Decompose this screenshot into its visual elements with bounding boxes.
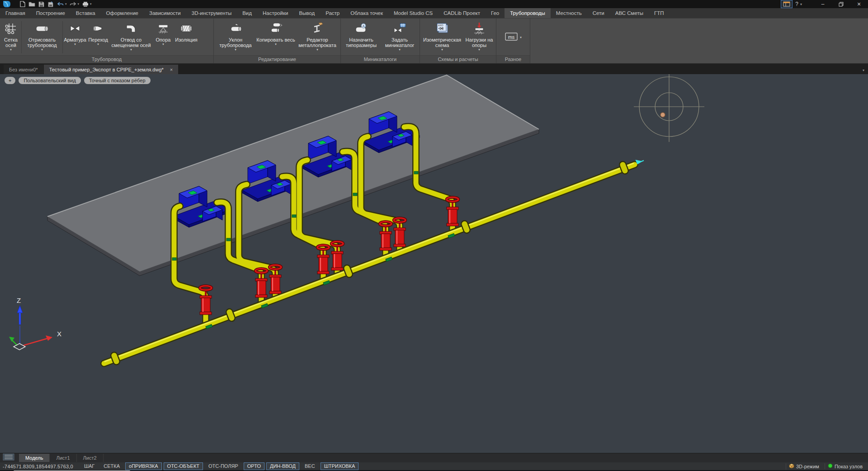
undo-icon[interactable]: [57, 1, 64, 7]
toggle-shag[interactable]: ШАГ: [80, 462, 98, 470]
axes-grid-icon: [5, 21, 17, 36]
toggle-orto[interactable]: ОРТО: [244, 462, 264, 470]
interface-panel-button[interactable]: [781, 0, 793, 8]
mode-3d-button[interactable]: 3D-режим: [786, 463, 822, 470]
svg-text:ms: ms: [508, 34, 515, 39]
perekhod-button[interactable]: Переход ▾: [87, 19, 109, 55]
tab-rastr[interactable]: Растр: [320, 8, 345, 18]
reducer-icon: [92, 21, 104, 36]
izolyatsiya-button[interactable]: Изоляция: [174, 19, 199, 55]
pipe-slope-icon: [228, 21, 243, 36]
tab-model-studio[interactable]: Model Studio CS: [388, 8, 438, 18]
draw-pipeline-caret-icon: ▾: [41, 48, 43, 52]
support-loads-button[interactable]: Нагрузки на опоры ▾: [463, 19, 495, 55]
toggle-ots-obekt[interactable]: ОТС-ОБЪЕКТ: [164, 462, 203, 470]
help-button[interactable]: ?: [795, 1, 798, 7]
doc-tab-label: Тестовый пример_Экспорт в CPIPE_+земля.d…: [49, 67, 164, 72]
tab-gtp[interactable]: ГТП: [649, 8, 670, 18]
pipe-slope-button[interactable]: Уклон трубопровода ▾: [215, 19, 256, 55]
redo-icon[interactable]: [70, 1, 76, 7]
metal-editor-button[interactable]: Редактор металлопроката ▾: [295, 19, 340, 55]
tab-3d-instrumenty[interactable]: 3D-инструменты: [186, 8, 237, 18]
copy-all-button[interactable]: Копировать весь ▾: [256, 19, 295, 55]
tab-geo[interactable]: Гео: [486, 8, 505, 18]
tab-vstavka[interactable]: Вставка: [71, 8, 101, 18]
redo-caret-icon[interactable]: ▾: [78, 2, 80, 6]
group-redaktirovanie: Уклон трубопровода ▾ Копировать весь ▾ Р…: [214, 19, 341, 63]
tab-zavisimosti[interactable]: Зависимости: [144, 8, 186, 18]
doc-tab-unnamed[interactable]: Без имени0*: [4, 65, 43, 74]
draw-pipeline-button[interactable]: Отрисовать трубопровод ▾: [22, 19, 62, 55]
toggle-setka[interactable]: СЕТКА: [100, 462, 123, 470]
maximize-button[interactable]: [832, 0, 850, 8]
group-truboprovod: Сетка осей ▾ Отрисовать трубопровод ▾ Ар…: [0, 19, 214, 63]
sheet-list-icon[interactable]: [3, 453, 14, 462]
doc-tab-list-caret-icon[interactable]: ▾: [863, 68, 864, 72]
group-title-minikatalogi: Миникаталоги: [341, 55, 420, 63]
undo-caret-icon[interactable]: ▾: [65, 2, 67, 6]
tab-vyvod[interactable]: Вывод: [293, 8, 320, 18]
tab-avs-smety[interactable]: АВС Сметы: [610, 8, 649, 18]
tab-seti[interactable]: Сети: [587, 8, 610, 18]
tab-vid[interactable]: Вид: [237, 8, 257, 18]
sheet-tab-bar: Модель Лист1 Лист2: [0, 453, 868, 462]
sheet-tab-list2[interactable]: Лист2: [77, 454, 104, 462]
iso-scheme-button[interactable]: AXO Изометрическая схема ▾: [421, 19, 463, 55]
metal-editor-label: Редактор металлопроката: [295, 37, 340, 48]
pipe-icon: [34, 21, 50, 36]
qat-customize-icon[interactable]: ▾: [90, 2, 92, 6]
assign-sizes-button[interactable]: A Назначить типоразмеры: [342, 19, 381, 55]
iso-scheme-caret-icon: ▾: [441, 48, 443, 52]
iso-scheme-icon: AXO: [435, 21, 449, 36]
3d-scene[interactable]: Z X: [0, 74, 868, 453]
tab-oblaka-tochek[interactable]: Облака точек: [345, 8, 388, 18]
axis-z-label: Z: [17, 297, 21, 304]
toggle-oprivyazka[interactable]: оПРИВЯЗКА: [125, 462, 162, 470]
sheet-tab-list1[interactable]: Лист1: [50, 454, 76, 462]
tab-glavnaya[interactable]: Главная: [0, 8, 31, 18]
print-icon[interactable]: [82, 1, 89, 7]
ms-caret-icon[interactable]: ▾: [520, 36, 522, 39]
metal-editor-icon: [311, 21, 324, 36]
tab-nastroyki[interactable]: Настройки: [257, 8, 293, 18]
drawing-viewport[interactable]: Z X + Пользовательский вид Точный с пока…: [0, 74, 868, 453]
save-icon[interactable]: [38, 1, 45, 7]
sheet-tab-model[interactable]: Модель: [19, 454, 50, 462]
group-raznoe: ms ▾ Разное: [496, 19, 530, 63]
new-file-icon[interactable]: [19, 1, 26, 7]
open-folder-icon[interactable]: [28, 1, 35, 7]
doc-tab-close-icon[interactable]: ×: [170, 67, 173, 72]
opora-button[interactable]: Опора ▾: [153, 19, 174, 55]
close-button[interactable]: ×: [850, 0, 868, 8]
minimize-button[interactable]: –: [814, 0, 832, 8]
minicatalog-button[interactable]: Задать миникаталог ▾: [381, 19, 419, 55]
toggle-shtrikhovka[interactable]: ШТРИХОВКА: [321, 462, 359, 470]
axes-grid-caret-icon: ▾: [10, 48, 12, 52]
axes-grid-button[interactable]: Сетка осей ▾: [1, 19, 21, 55]
navigation-wheel[interactable]: [634, 74, 704, 142]
opora-caret-icon: ▾: [162, 42, 164, 46]
save-as-icon[interactable]: [47, 1, 54, 7]
offset-elbow-label: Отвод со смещением осей: [109, 37, 153, 48]
show-nodes-button[interactable]: Показ узлов: [825, 463, 865, 469]
offset-elbow-button[interactable]: Отвод со смещением осей ▾: [109, 19, 153, 55]
cursor-coordinates: -744571.8309,1854497.5763,0: [3, 464, 73, 469]
toggle-ves[interactable]: ВЕС: [301, 462, 319, 470]
armatura-button[interactable]: Арматура ▾: [63, 19, 87, 55]
help-caret-icon[interactable]: ▾: [800, 2, 802, 6]
ms-button[interactable]: ms: [505, 32, 518, 43]
viewport-add-button[interactable]: +: [5, 77, 15, 84]
doc-tab-test-example[interactable]: Тестовый пример_Экспорт в CPIPE_+земля.d…: [44, 65, 179, 74]
tab-truboprovody[interactable]: Трубопроводы: [505, 8, 551, 18]
tab-oformlenie[interactable]: Оформление: [101, 8, 144, 18]
toggle-din-vvod[interactable]: ДИН-ВВОД: [266, 462, 299, 470]
tab-postroenie[interactable]: Построение: [31, 8, 71, 18]
orbit-dot: [660, 113, 665, 117]
toggle-ots-polyar[interactable]: ОТС-ПОЛЯР: [205, 462, 242, 470]
tab-mestnost[interactable]: Местность: [551, 8, 587, 18]
tab-cadlib-proekt[interactable]: CADLib Проект: [438, 8, 486, 18]
valve-icon: [69, 21, 81, 36]
viewport-style-button[interactable]: Точный с показом рёбер: [84, 77, 151, 84]
viewport-view-button[interactable]: Пользовательский вид: [19, 77, 80, 84]
axis-x-label: X: [57, 330, 61, 338]
